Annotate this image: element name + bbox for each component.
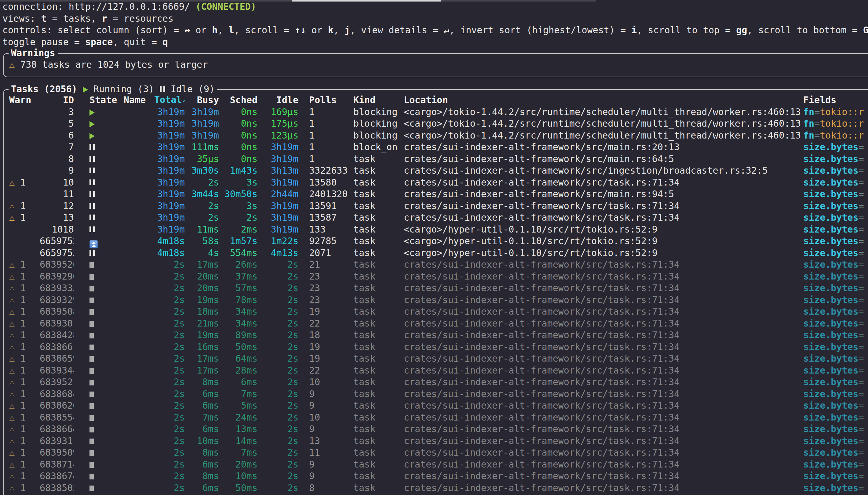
task-row[interactable]: ⚠ 168393442s17ms28ms2s22taskcrates/sui-i…	[9, 365, 868, 377]
task-row[interactable]: 66597534m18s4s554ms4m13s2071task<cargo>/…	[9, 247, 868, 259]
cell-polls: 23	[298, 294, 353, 306]
cell-total: 2s	[154, 365, 185, 377]
column-header-sched[interactable]: Sched	[219, 94, 257, 106]
task-row[interactable]: ⚠ 168395092s8ms7ms2s11taskcrates/sui-ind…	[9, 447, 868, 459]
cell-busy: 16ms	[185, 341, 219, 353]
task-row[interactable]: ⚠ 168386642s6ms13ms2s9taskcrates/sui-ind…	[9, 423, 868, 435]
task-row[interactable]: 113h19m3m44s30m50s2h44m2401320taskcrates…	[9, 188, 868, 200]
task-row[interactable]: ⚠ 168385542s7ms24ms2s10taskcrates/sui-in…	[9, 412, 868, 424]
pause-icon	[89, 191, 95, 197]
cell-state	[74, 259, 124, 271]
text-segment: ↵	[444, 25, 449, 35]
duration-value: 3h19m	[271, 142, 298, 152]
cell-busy: 6ms	[185, 388, 219, 400]
cell-busy: 3h19m	[185, 106, 219, 118]
equals-sign: =	[858, 412, 864, 423]
text-segment: Running (3)	[88, 84, 160, 94]
task-row[interactable]: 66597524m18s58s1m57s1m22s92785task<cargo…	[9, 235, 868, 247]
cell-id: 6839301	[40, 318, 74, 329]
duration-value: 2s	[208, 212, 219, 223]
text-segment: , invert sort (highest/lowest) =	[449, 25, 631, 35]
task-row[interactable]: 33h19m3h19m0ns169µs1blocking<cargo>/toki…	[9, 106, 868, 118]
cell-sched: 28ms	[219, 365, 257, 377]
duration-value: 16ms	[197, 341, 219, 352]
duration-value: 17ms	[197, 353, 219, 364]
column-header-id[interactable]: ID	[40, 94, 74, 106]
task-row[interactable]: 53h19m3h19m0ns175µs1blocking<cargo>/toki…	[9, 118, 868, 130]
column-header-location[interactable]: Location	[404, 94, 803, 106]
text-segment: G	[863, 25, 868, 35]
duration-value: 1m43s	[230, 165, 257, 176]
task-row[interactable]: ⚠ 168386742s8ms10ms2s9taskcrates/sui-ind…	[9, 470, 868, 482]
cell-kind: task	[353, 482, 404, 494]
task-row[interactable]: ⚠ 168387142s6ms20ms2s9taskcrates/sui-ind…	[9, 459, 868, 471]
duration-value: 0ns	[241, 130, 257, 141]
column-header-name[interactable]: Name	[124, 94, 154, 106]
task-row[interactable]: 83h19m35µs0ns3h19m1taskcrates/sui-indexe…	[9, 153, 868, 165]
cell-total: 2s	[154, 271, 185, 283]
task-row[interactable]: 93h19m3m30s1m43s3h13m3322633taskcrates/s…	[9, 165, 868, 177]
cell-location: crates/sui-indexer-alt-framework/src/tas…	[404, 294, 803, 306]
cell-state	[74, 224, 124, 236]
cell-state	[74, 365, 124, 377]
scrollbar-thumb[interactable]	[292, 0, 441, 1]
task-row[interactable]: ⚠ 168384282s19ms89ms2s18taskcrates/sui-i…	[9, 329, 868, 341]
text-segment: ↑↓	[295, 25, 306, 35]
text-segment: k	[328, 25, 334, 35]
task-row[interactable]: ⚠ 168385022s6ms50ms2s8taskcrates/sui-ind…	[9, 482, 868, 494]
cell-idle: 3h19m	[257, 177, 298, 189]
task-row[interactable]: ⚠ 168393332s20ms57ms2s23taskcrates/sui-i…	[9, 282, 868, 294]
task-row[interactable]: ⚠ 1103h19m2s3s3h19m13580taskcrates/sui-i…	[9, 177, 868, 189]
cell-state	[74, 435, 124, 447]
task-row[interactable]: 63h19m3h19m0ns123µs1blocking<cargo>/toki…	[9, 130, 868, 142]
field-key: size.bytes	[803, 236, 858, 246]
task-row[interactable]: ⚠ 168392902s20ms37ms2s23taskcrates/sui-i…	[9, 271, 868, 283]
text-segment: ,	[334, 25, 345, 35]
text-segment: = resources	[107, 13, 173, 24]
cell-busy: 17ms	[185, 365, 219, 377]
task-row[interactable]: ⚠ 1133h19m2s2s3h19m13587taskcrates/sui-i…	[9, 212, 868, 224]
task-row[interactable]: ⚠ 168393292s19ms78ms2s23taskcrates/sui-i…	[9, 294, 868, 306]
equals-sign: =	[814, 130, 820, 141]
duration-value: 6ms	[241, 377, 257, 387]
cell-total: 3h19m	[154, 177, 185, 189]
warning-triangle-icon: ⚠	[9, 353, 20, 364]
task-row[interactable]: ⚠ 168393012s21ms34ms2s22taskcrates/sui-i…	[9, 318, 868, 329]
task-row[interactable]: ⚠ 168386842s6ms7ms2s9taskcrates/sui-inde…	[9, 388, 868, 400]
column-header-total[interactable]: Total▿	[154, 94, 185, 107]
text-segment: r	[102, 13, 107, 24]
task-row[interactable]: ⚠ 168386262s6ms5ms2s9taskcrates/sui-inde…	[9, 400, 868, 412]
column-header-state[interactable]: State	[74, 94, 124, 106]
cell-location: crates/sui-indexer-alt-framework/src/tas…	[404, 435, 803, 447]
cell-id: 13	[40, 212, 74, 224]
column-header-idle[interactable]: Idle	[257, 94, 298, 106]
cell-sched: 5ms	[219, 400, 257, 412]
cell-polls: 1	[298, 141, 353, 153]
task-row[interactable]: 10183h19m11ms2ms3h19m133task<cargo>/hype…	[9, 224, 868, 236]
cell-location: crates/sui-indexer-alt-framework/src/tas…	[404, 376, 803, 388]
task-row[interactable]: ⚠ 168395262s17ms26ms2s21taskcrates/sui-i…	[9, 259, 868, 271]
cell-state	[74, 130, 124, 142]
task-row[interactable]: ⚠ 168393112s10ms14ms2s13taskcrates/sui-i…	[9, 435, 868, 447]
column-header-warn[interactable]: Warn	[9, 94, 40, 106]
cell-sched: 24ms	[219, 412, 257, 424]
task-row[interactable]: ⚠ 168386592s17ms64ms2s19taskcrates/sui-i…	[9, 353, 868, 365]
duration-value: 4m13s	[271, 248, 298, 258]
task-row[interactable]: 73h19m111ms0ns3h19m1block_oncrates/sui-i…	[9, 141, 868, 153]
column-header-busy[interactable]: Busy	[185, 94, 219, 106]
table-header-row: WarnIDStateNameTotal▿BusySchedIdlePollsK…	[9, 94, 868, 106]
play-icon	[89, 133, 95, 139]
task-row[interactable]: ⚠ 1123h19m2s3s3h19m13591taskcrates/sui-i…	[9, 200, 868, 212]
column-header-polls[interactable]: Polls	[298, 94, 353, 106]
cell-total: 2s	[154, 259, 185, 271]
task-row[interactable]: ⚠ 168395212s8ms6ms2s10taskcrates/sui-ind…	[9, 376, 868, 388]
cell-sched: 57ms	[219, 282, 257, 294]
column-header-fields[interactable]: Fields	[803, 94, 868, 106]
column-header-kind[interactable]: Kind	[353, 94, 404, 106]
cell-fields: size.bytes=	[803, 306, 868, 318]
cell-warn: ⚠ 1	[9, 365, 40, 377]
task-row[interactable]: ⚠ 168395082s18ms34ms2s19taskcrates/sui-i…	[9, 306, 868, 318]
task-row[interactable]: ⚠ 168386612s16ms50ms2s19taskcrates/sui-i…	[9, 341, 868, 353]
text-segment: l	[229, 25, 234, 35]
cell-location: crates/sui-indexer-alt-framework/src/tas…	[404, 482, 803, 494]
